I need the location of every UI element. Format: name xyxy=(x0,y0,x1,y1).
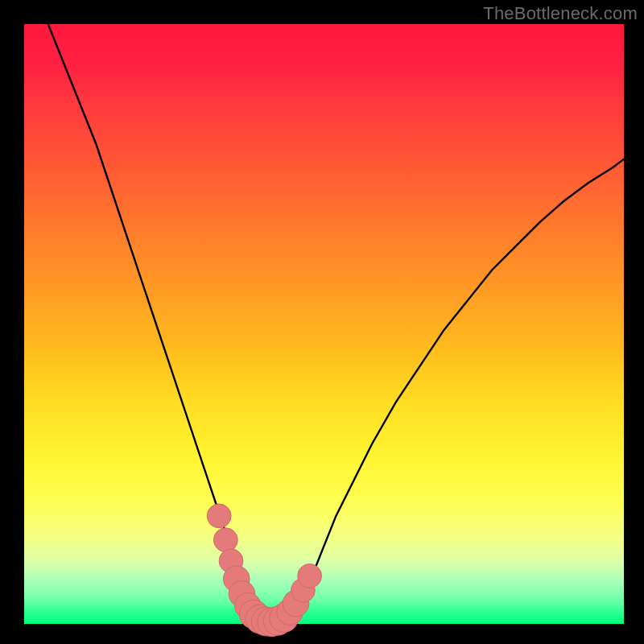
curve-marker xyxy=(298,564,322,588)
curve-markers xyxy=(207,504,321,637)
bottleneck-curve-svg xyxy=(24,24,624,624)
curve-marker xyxy=(213,528,237,552)
curve-marker xyxy=(207,504,231,528)
bottleneck-curve xyxy=(48,24,624,623)
chart-frame: TheBottleneck.com xyxy=(0,0,644,644)
watermark-text: TheBottleneck.com xyxy=(483,3,638,24)
plot-area xyxy=(24,24,624,624)
